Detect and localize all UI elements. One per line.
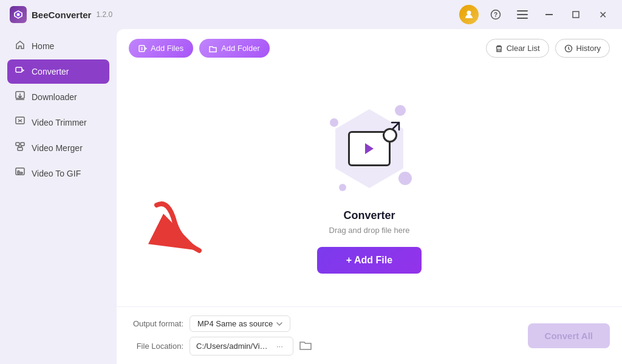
sidebar-item-downloader[interactable]: Downloader xyxy=(7,85,109,109)
sidebar-item-home[interactable]: Home xyxy=(7,34,109,58)
svg-rect-22 xyxy=(139,46,145,52)
sidebar-label-downloader: Downloader xyxy=(32,92,77,102)
sidebar-item-video-trimmer[interactable]: Video Trimmer xyxy=(7,110,109,135)
output-format-value: MP4 Same as source xyxy=(197,319,273,328)
svg-point-3 xyxy=(467,11,471,15)
gif-icon xyxy=(15,167,26,180)
history-button[interactable]: History xyxy=(555,39,610,58)
hex-dot3 xyxy=(330,118,338,127)
drop-subtitle: Drag and drop file here xyxy=(329,226,410,235)
sidebar-item-video-to-gif[interactable]: Video To GIF xyxy=(7,161,109,186)
hex-container xyxy=(321,100,418,197)
converter-icon xyxy=(15,66,26,78)
toolbar-left: Add Files Add Folder xyxy=(129,39,270,58)
browse-dots-button[interactable]: ··· xyxy=(273,340,287,352)
drop-zone: Converter Drag and drop file here + Add … xyxy=(117,67,622,306)
svg-rect-16 xyxy=(16,143,19,146)
add-file-button[interactable]: + Add File xyxy=(317,247,422,274)
hex-dot2 xyxy=(398,172,412,185)
history-label: History xyxy=(576,44,601,53)
svg-rect-9 xyxy=(545,14,553,15)
convert-all-button[interactable]: Convert All xyxy=(528,323,610,348)
add-files-button[interactable]: Add Files xyxy=(129,39,193,58)
sidebar: Home Converter Downloader xyxy=(0,29,117,364)
toolbar-right: Clear List History xyxy=(486,39,610,58)
video-icon xyxy=(348,131,391,166)
title-bar-right: ? ✕ xyxy=(459,5,612,24)
clear-list-label: Clear List xyxy=(507,44,540,53)
drop-title: Converter xyxy=(343,209,395,222)
file-location-value: C:/Users/admin/Videos/ xyxy=(196,342,269,351)
trimmer-icon xyxy=(15,116,26,129)
svg-rect-17 xyxy=(21,143,24,146)
downloader-icon xyxy=(15,91,26,103)
close-button[interactable]: ✕ xyxy=(593,5,612,24)
toolbar: Add Files Add Folder Clear List xyxy=(117,29,622,67)
app-logo xyxy=(10,6,27,23)
bottom-bar: Output format: MP4 Same as source File L… xyxy=(117,306,622,364)
svg-rect-7 xyxy=(517,14,528,15)
app-version: 1.2.0 xyxy=(96,10,112,19)
file-location-label: File Location: xyxy=(129,342,183,351)
menu-button[interactable] xyxy=(513,5,532,24)
svg-rect-11 xyxy=(16,67,22,72)
convert-all-label: Convert All xyxy=(545,331,593,341)
home-icon xyxy=(15,40,26,52)
arrow-decoration xyxy=(145,193,224,266)
title-bar: BeeConverter 1.2.0 ? xyxy=(0,0,622,29)
app-name: BeeConverter xyxy=(32,10,91,20)
sidebar-item-converter[interactable]: Converter xyxy=(7,59,109,84)
file-location-input: C:/Users/admin/Videos/ ··· xyxy=(190,337,293,356)
sidebar-item-video-merger[interactable]: Video Merger xyxy=(7,136,109,160)
minimize-button[interactable] xyxy=(539,5,559,24)
sidebar-label-trimmer: Video Trimmer xyxy=(32,118,87,127)
browse-folder-button[interactable] xyxy=(299,340,312,352)
add-files-label: Add Files xyxy=(151,44,183,53)
content-area: Add Files Add Folder Clear List xyxy=(117,29,622,364)
maximize-button[interactable] xyxy=(566,5,586,24)
svg-rect-18 xyxy=(18,147,22,150)
add-folder-button[interactable]: Add Folder xyxy=(199,39,270,58)
file-location-row: File Location: C:/Users/admin/Videos/ ··… xyxy=(129,337,312,356)
output-format-select[interactable]: MP4 Same as source xyxy=(190,315,290,332)
hex-dot1 xyxy=(395,105,406,116)
profile-button[interactable] xyxy=(459,5,479,24)
svg-rect-8 xyxy=(517,18,528,19)
clear-list-button[interactable]: Clear List xyxy=(486,39,549,58)
hex-dot4 xyxy=(339,184,346,191)
chevron-down-icon xyxy=(276,322,282,326)
play-triangle xyxy=(365,143,374,154)
title-bar-left: BeeConverter 1.2.0 xyxy=(10,6,112,23)
bottom-fields: Output format: MP4 Same as source File L… xyxy=(129,315,312,356)
svg-point-2 xyxy=(17,13,20,16)
merger-icon xyxy=(15,142,26,154)
svg-rect-10 xyxy=(573,12,579,18)
add-folder-label: Add Folder xyxy=(221,44,260,53)
sidebar-label-home: Home xyxy=(32,41,54,51)
sidebar-label-gif: Video To GIF xyxy=(32,169,81,178)
svg-rect-21 xyxy=(16,168,24,175)
svg-rect-6 xyxy=(517,10,528,12)
sidebar-label-converter: Converter xyxy=(32,67,69,76)
help-button[interactable]: ? xyxy=(486,5,505,24)
sidebar-label-merger: Video Merger xyxy=(32,143,83,153)
output-format-row: Output format: MP4 Same as source xyxy=(129,315,312,332)
main-layout: Home Converter Downloader xyxy=(0,29,622,364)
svg-text:?: ? xyxy=(494,12,497,18)
output-format-label: Output format: xyxy=(129,319,183,328)
